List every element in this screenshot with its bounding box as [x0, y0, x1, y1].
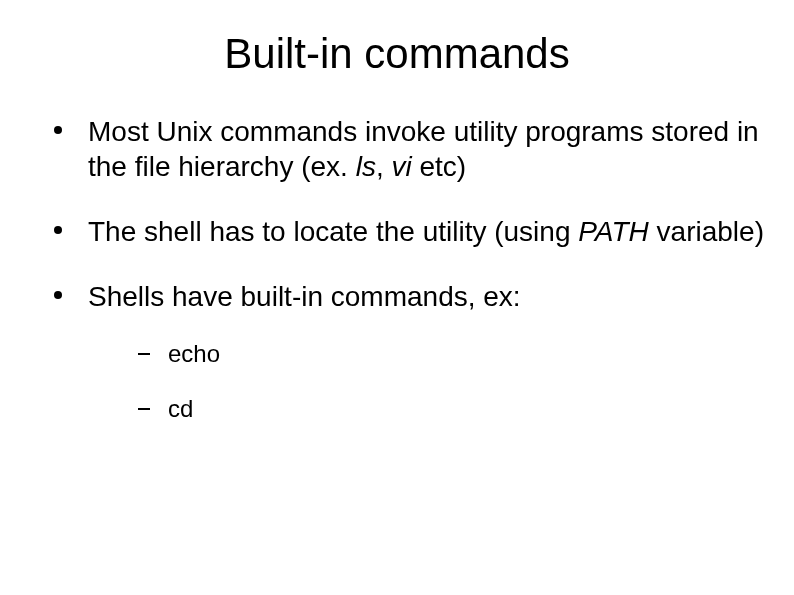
- sub-list: echocd: [88, 340, 764, 424]
- text-segment: The shell has to locate the utility (usi…: [88, 216, 578, 247]
- text-segment: variable): [649, 216, 764, 247]
- text-segment: PATH: [578, 216, 649, 247]
- text-segment: vi: [391, 151, 411, 182]
- slide: Built-in commands Most Unix commands inv…: [0, 0, 794, 595]
- text-segment: etc): [412, 151, 466, 182]
- sub-list-item: cd: [138, 395, 764, 424]
- text-segment: ,: [376, 151, 392, 182]
- text-segment: ls: [356, 151, 376, 182]
- bullet-list: Most Unix commands invoke utility progra…: [30, 114, 764, 424]
- slide-title: Built-in commands: [30, 30, 764, 78]
- list-item: Shells have built-in commands, ex:echocd: [54, 279, 764, 424]
- sub-list-item: echo: [138, 340, 764, 369]
- list-item: The shell has to locate the utility (usi…: [54, 214, 764, 249]
- list-item: Most Unix commands invoke utility progra…: [54, 114, 764, 184]
- text-segment: Shells have built-in commands, ex:: [88, 281, 521, 312]
